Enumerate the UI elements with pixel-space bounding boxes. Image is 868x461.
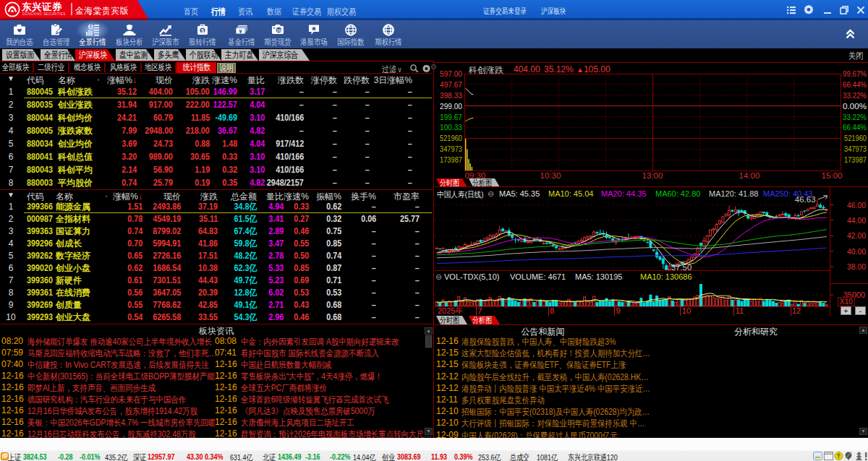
news-item[interactable]: 多只权重股尾盘竞价异动: [461, 395, 676, 407]
news-item[interactable]: 内险股午后全线拉升，截至发稿，中国人寿(02628.HK…: [461, 371, 676, 384]
toolbar-期货现货[interactable]: 10期货现货: [260, 22, 296, 48]
table-row[interactable]: 10399293创业大盘0.546265.5833.5554.3亿2.960.4…: [0, 311, 433, 324]
news-item[interactable]: 看好中国股市 国际长线资金源源不断流入: [241, 348, 433, 360]
news-item[interactable]: 大唐儋州海上风电项目二场址开工: [241, 417, 433, 429]
subtab-风格板块[interactable]: 风格板块: [110, 62, 145, 73]
table-row[interactable]: 8880003平均股价0.7425.790.190.354.822948/215…: [0, 176, 433, 189]
table-row[interactable]: 4880005涨跌家数7.992948.00218.0036.674.82–––…: [0, 124, 433, 137]
table-row[interactable]: 6399020创业小盘0.621686.5410.3862.3亿5.330.85…: [0, 262, 433, 275]
scroll-down-icon[interactable]: ▼: [859, 428, 867, 435]
subtab-统计指数[interactable]: 统计指数: [176, 62, 216, 73]
table-row[interactable]: 4399296创成长0.705994.9141.8659.8亿3.470.550…: [0, 238, 433, 250]
workspace-tab-盘中监测[interactable]: 盘中监测: [116, 49, 154, 61]
board-label[interactable]: 沪深板块: [541, 6, 573, 17]
table-row[interactable]: 3399363国证算力0.748799.0264.8367.4亿2.890.46…: [0, 225, 433, 238]
news-item[interactable]: 德国研究机构：汽车行业的未来在于与中国合作: [27, 394, 240, 406]
news-item[interactable]: 港股保险股普跌，中国人寿、中国财险跌超3%: [461, 336, 676, 348]
toolbar-我的自选[interactable]: 我的自选: [1, 22, 38, 48]
news-item[interactable]: 这家大型险企估值低，机构看好！投资人期待加大分红…: [461, 348, 676, 360]
news-item[interactable]: 《阿凡达3》点映及预售总票房破5000万: [241, 405, 433, 418]
workspace-tab-设置版面[interactable]: 设置版面: [2, 49, 41, 61]
toolbar-沪深股市[interactable]: 沪深股市: [148, 22, 184, 48]
menu-list-icon[interactable]: [786, 4, 797, 16]
table-row[interactable]: 2000987全指材料0.784549.1935.1161.5亿3.410.27…: [0, 213, 433, 225]
window-icon[interactable]: [824, 452, 833, 461]
search-icon[interactable]: [409, 64, 419, 73]
subtab-二级行业[interactable]: 二级行业: [38, 62, 72, 73]
subtab-概念板块[interactable]: 概念板块: [74, 62, 109, 73]
satellite-icon[interactable]: [844, 452, 854, 461]
subtab-地区板块[interactable]: 地区板块: [145, 62, 179, 73]
news-item[interactable]: 群智资询：预计2026年电视面板市场增长重点转向大尺…: [241, 428, 433, 438]
table-row[interactable]: 5880034创业均价3.6924.730.881.484.04917/412–…: [0, 137, 433, 150]
gear2-icon[interactable]: [422, 64, 431, 73]
close-icon[interactable]: [855, 4, 867, 16]
alert-icon[interactable]: [863, 452, 868, 461]
table-row[interactable]: 5399262数字经济0.652726.1617.5148.2亿2.780.50…: [0, 250, 433, 262]
close-panel-button[interactable]: 关闭: [848, 50, 866, 62]
toolbar-collapse-icon[interactable]: [844, 27, 856, 40]
scroll-down-icon[interactable]: ▼: [425, 428, 433, 435]
chart-tab-分时图[interactable]: 分时图: [436, 316, 467, 324]
table-row[interactable]: 7880043科创平均2.1456.901.190.323.10410/166–…: [0, 163, 433, 176]
table-row[interactable]: 1399366能源金属1.512493.8637.1934.8亿4.940.33…: [0, 201, 433, 213]
news-item[interactable]: 招银国际：中国平安(02318)及中国人寿(02628)均为政…: [461, 406, 676, 418]
workspace-tab-主力盯盘[interactable]: 主力盯盘: [221, 49, 258, 61]
news-item[interactable]: 马斯克回应福特收缩电动汽车战略：没救了，他们非死…: [27, 348, 240, 360]
toolbar-股转行情[interactable]: $股转行情: [184, 22, 221, 48]
table-row[interactable]: 6880041科创总值3.20989.0030.650.333.10410/16…: [0, 150, 433, 163]
kline-chart[interactable]: 46.0044.0042.0040.0038.002025年7891011123…: [435, 187, 868, 316]
subtab-说明[interactable]: 说明: [217, 63, 236, 73]
toolbar-全景行情[interactable]: $全景行情: [75, 22, 111, 48]
news-item[interactable]: 12月16日华侨城A发布公告，股东增持1914.42万股: [27, 405, 240, 418]
toolbar-港股市场[interactable]: 港股市场: [296, 22, 332, 48]
news-item[interactable]: 大行评级丨招银国际：对保险业明年前景保持乐观 中…: [461, 418, 676, 430]
toolbar-自选管理[interactable]: 自选管理: [38, 22, 75, 48]
news-item[interactable]: 12月16日芯动联科发布公告，股东减持302.48万股: [27, 428, 240, 438]
panel-divider[interactable]: [433, 61, 434, 438]
table-row[interactable]: 1880045科创涨跌35.12404.00105.00146.993.17––…: [0, 85, 433, 98]
news-item[interactable]: 全球五大PC厂商都将涨价: [241, 382, 433, 395]
table-row[interactable]: 2880035创业涨跌31.94917.00222.00122.574.04––…: [0, 98, 433, 111]
min-window-icon[interactable]: [813, 452, 822, 461]
workspace-tab-沪深京综合[interactable]: 沪深京综合: [259, 49, 310, 61]
toolbar-国际指数[interactable]: 国际指数: [333, 22, 369, 48]
table-row[interactable]: 7399360新硬件0.617301.5144.4349.7亿5.230.690…: [0, 275, 433, 287]
toolbar-板块分析[interactable]: 板块分析: [111, 22, 148, 48]
table-row[interactable]: 3880044科创均价24.2160.7911.85-49.693.10410/…: [0, 111, 433, 124]
news-item[interactable]: 中金：内外因素引发回调 A股中期向好逻辑未改: [241, 336, 433, 348]
connection-label[interactable]: 东兴北京联通120: [568, 452, 618, 461]
scroll-thumb[interactable]: [425, 335, 432, 348]
scroll-up-icon[interactable]: ▲: [859, 327, 867, 334]
news-item[interactable]: 即梦AI上新，支持声音、画面同步生成: [27, 382, 240, 395]
sort-all-icon[interactable]: ▼: [7, 191, 14, 199]
news-item[interactable]: 全球首款6吨级倾转旋翼飞行器完成首次试飞: [241, 394, 433, 406]
news-item[interactable]: 中国人寿(02628)：总保费超过人民币7000亿元: [461, 430, 676, 438]
zoom-in-button[interactable]: +: [841, 306, 851, 315]
menu-期权交易[interactable]: 期权交易: [320, 6, 363, 18]
subtab-全部板块[interactable]: 全部板块: [2, 62, 37, 73]
gear-icon[interactable]: [803, 4, 814, 16]
chart-tab-分析图[interactable]: 分析图: [469, 316, 500, 324]
login-status[interactable]: 证券交易未登录: [483, 6, 539, 17]
news-item[interactable]: 美银：中国2026年GDP增长4.7% 一线城市房价率先回暖: [27, 417, 240, 429]
sort-all-icon[interactable]: ▼: [7, 74, 14, 82]
news-item[interactable]: 海外储能订单爆发 推动逾40家公司上半年境外收入增长: [27, 336, 240, 348]
toolbar-期权行情[interactable]: 期权行情: [370, 22, 407, 48]
workspace-tab-个股联动[interactable]: 个股联动: [186, 49, 221, 61]
table-row[interactable]: 9399269创质量0.557768.6242.8549.1亿2.710.430…: [0, 299, 433, 311]
restore-icon[interactable]: [838, 4, 850, 16]
news-item[interactable]: 保险板块走强，证券保险ETF、保险证券ETF上涨: [461, 359, 676, 371]
zoom-out-button[interactable]: -: [855, 306, 866, 315]
scroll-up-icon[interactable]: ▲: [425, 327, 433, 335]
news-item[interactable]: 港股异动丨内险股普涨 中国太平涨近4% 中国平安涨近…: [461, 383, 676, 395]
news-item[interactable]: 中国赴日航班数量大幅削减: [241, 359, 433, 371]
coin-icon[interactable]: [834, 452, 843, 461]
table-row[interactable]: 8399361在线消费0.563647.0520.3912.8亿6.020.53…: [0, 287, 433, 299]
workspace-tab-全景行情[interactable]: 全景行情: [41, 49, 75, 61]
workspace-tab-沪深板块[interactable]: 沪深板块: [75, 49, 115, 61]
news-item[interactable]: 中信建投：In Vivo CART发展迅速，后续发展值得关注: [27, 359, 240, 371]
news-item[interactable]: 零售板块杀出“大牛股”，4天4涨停，燃爆！: [241, 371, 433, 383]
toolbar-基金行情[interactable]: ¥基金行情: [224, 22, 260, 48]
minimize-icon[interactable]: [822, 4, 833, 16]
